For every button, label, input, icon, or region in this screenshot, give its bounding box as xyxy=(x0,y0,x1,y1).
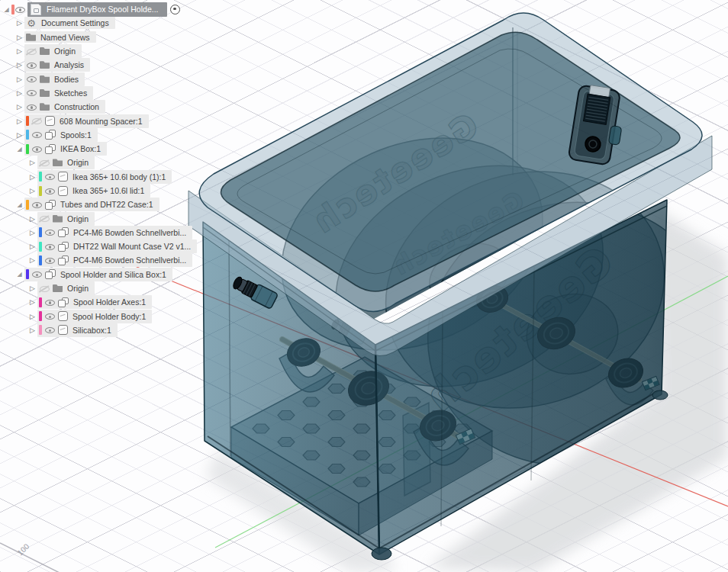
visibility-eye-icon[interactable] xyxy=(26,101,37,113)
expand-arrow-icon[interactable]: ▷ xyxy=(27,326,37,334)
expand-arrow-icon[interactable]: ▷ xyxy=(27,229,37,236)
row-label: Sketches xyxy=(52,88,87,98)
expand-arrow-icon[interactable]: ▷ xyxy=(27,284,37,292)
expand-arrow-icon[interactable]: ▷ xyxy=(27,256,37,264)
visibility-eye-icon[interactable] xyxy=(44,227,56,238)
row-label: Spool Holder and Silica Box:1 xyxy=(58,270,166,279)
visibility-eye-icon[interactable] xyxy=(31,199,43,210)
browser-row[interactable]: ▷Analysis xyxy=(0,58,198,72)
expand-arrow-icon[interactable]: ▷ xyxy=(27,215,37,223)
browser-row[interactable]: ▷Spool Holder Axes:1 xyxy=(0,295,198,309)
row-label: 608 Mounting Spacer:1 xyxy=(57,117,143,126)
visibility-eye-icon[interactable] xyxy=(44,310,56,322)
expand-arrow-icon[interactable]: ▷ xyxy=(14,19,24,27)
row-body: Analysis xyxy=(24,58,90,72)
fusion360-workspace: 100 Geeetech xyxy=(0,0,728,572)
visibility-eye-icon[interactable] xyxy=(14,4,26,15)
visibility-eye-icon[interactable] xyxy=(44,297,56,308)
browser-row[interactable]: ▷Bodies xyxy=(0,72,198,85)
component-color-bar xyxy=(39,242,42,252)
browser-row[interactable]: ▷Construction xyxy=(0,100,198,114)
browser-tree: ◢Filament DryBox Spool Holde...▷⚙Documen… xyxy=(0,2,198,337)
folder-icon xyxy=(53,215,63,223)
folder-icon xyxy=(40,103,50,111)
browser-row[interactable]: ▷⚙Document Settings xyxy=(0,16,198,30)
browser-root-row[interactable]: ◢Filament DryBox Spool Holde... xyxy=(0,2,198,16)
visibility-eye-icon[interactable] xyxy=(31,143,43,155)
row-body: Spool Holder Body:1 xyxy=(37,310,152,323)
component-icon xyxy=(45,269,56,279)
visibility-eye-icon[interactable] xyxy=(44,241,56,252)
row-body: Origin xyxy=(37,212,95,226)
visibility-eye-icon[interactable] xyxy=(44,171,56,182)
component-icon xyxy=(58,297,69,307)
component-icon xyxy=(45,200,56,210)
browser-row[interactable]: ▷Origin xyxy=(0,211,198,225)
browser-row[interactable]: ◢IKEA Box:1 xyxy=(0,142,198,156)
visibility-eye-icon[interactable] xyxy=(26,73,37,85)
browser-row[interactable]: ▷608 Mounting Spacer:1 xyxy=(0,114,198,127)
browser-row[interactable]: ▷Origin xyxy=(0,156,198,169)
expand-arrow-icon[interactable]: ▷ xyxy=(14,117,24,125)
row-label: Analysis xyxy=(52,60,84,69)
body-icon xyxy=(58,172,68,182)
visibility-eye-icon[interactable] xyxy=(39,213,50,224)
row-label: Spools:1 xyxy=(58,130,92,140)
visibility-eye-icon[interactable] xyxy=(31,268,43,280)
visibility-eye-icon[interactable] xyxy=(31,129,43,140)
expand-arrow-icon[interactable]: ▷ xyxy=(14,61,24,69)
row-body: Spool Holder and Silica Box:1 xyxy=(24,268,172,281)
visibility-eye-icon[interactable] xyxy=(26,46,37,57)
row-body: IKEA Box:1 xyxy=(24,142,107,156)
row-body: DHT22 Wall Mount Case V2 v1... xyxy=(37,239,197,253)
visibility-eye-icon[interactable] xyxy=(26,59,37,71)
expand-arrow-icon[interactable]: ▷ xyxy=(27,173,37,181)
collapse-arrow-icon[interactable]: ◢ xyxy=(2,6,11,13)
visibility-eye-icon[interactable] xyxy=(44,185,56,197)
browser-row[interactable]: ▷Spool Holder Body:1 xyxy=(0,310,198,323)
browser-row[interactable]: ▷Ikea 365+ 10.6l body (1):1 xyxy=(0,170,198,184)
visibility-eye-icon[interactable] xyxy=(44,255,56,266)
row-label: Origin xyxy=(65,284,89,293)
expand-arrow-icon[interactable]: ▷ xyxy=(27,243,37,250)
browser-row[interactable]: ▷Origin xyxy=(0,44,198,58)
collapse-arrow-icon[interactable]: ◢ xyxy=(14,146,24,153)
expand-arrow-icon[interactable]: ▷ xyxy=(27,159,37,166)
visibility-eye-icon[interactable] xyxy=(26,87,37,98)
browser-row[interactable]: ▷Sketches xyxy=(0,86,198,100)
visibility-eye-icon[interactable] xyxy=(31,115,43,127)
expand-arrow-icon[interactable]: ▷ xyxy=(14,47,24,55)
collapse-arrow-icon[interactable]: ◢ xyxy=(14,201,24,208)
browser-row[interactable]: ◢Spool Holder and Silica Box:1 xyxy=(0,268,198,281)
browser-row[interactable]: ◢Tubes and DHT22 Case:1 xyxy=(0,198,198,211)
visibility-eye-icon[interactable] xyxy=(39,283,50,294)
browser-row[interactable]: ▷Ikea 365+ 10.6l lid:1 xyxy=(0,184,198,198)
row-label: Origin xyxy=(65,158,89,167)
row-body: Bodies xyxy=(24,72,85,86)
browser-row[interactable]: ▷Origin xyxy=(0,281,198,295)
expand-arrow-icon[interactable]: ▷ xyxy=(27,298,37,306)
expand-arrow-icon[interactable]: ▷ xyxy=(14,103,24,111)
row-body: Spools:1 xyxy=(24,128,98,142)
browser-row[interactable]: ▷PC4-M6 Bowden Schnellverbi... xyxy=(0,226,198,239)
activate-radio-icon[interactable] xyxy=(170,5,180,14)
row-label: PC4-M6 Bowden Schnellverbi... xyxy=(71,228,186,237)
body-icon xyxy=(58,186,68,196)
expand-arrow-icon[interactable]: ▷ xyxy=(14,34,24,41)
visibility-eye-icon[interactable] xyxy=(39,157,50,169)
row-label: Construction xyxy=(52,102,99,111)
expand-arrow-icon[interactable]: ▷ xyxy=(14,89,24,97)
browser-row[interactable]: ▷Silicabox:1 xyxy=(0,323,198,337)
expand-arrow-icon[interactable]: ▷ xyxy=(27,187,37,194)
expand-arrow-icon[interactable]: ▷ xyxy=(14,131,24,139)
browser-row[interactable]: ▷PC4-M6 Bowden Schnellverbi... xyxy=(0,253,198,267)
expand-arrow-icon[interactable]: ▷ xyxy=(14,76,24,83)
row-label: Tubes and DHT22 Case:1 xyxy=(58,200,153,209)
expand-arrow-icon[interactable]: ▷ xyxy=(27,313,37,320)
grid-scale-label: 100 xyxy=(16,541,31,557)
collapse-arrow-icon[interactable]: ◢ xyxy=(14,271,24,278)
browser-row[interactable]: ▷DHT22 Wall Mount Case V2 v1... xyxy=(0,239,198,253)
browser-row[interactable]: ▷Spools:1 xyxy=(0,128,198,142)
visibility-eye-icon[interactable] xyxy=(44,324,56,336)
browser-row[interactable]: ▷Named Views xyxy=(0,31,198,44)
